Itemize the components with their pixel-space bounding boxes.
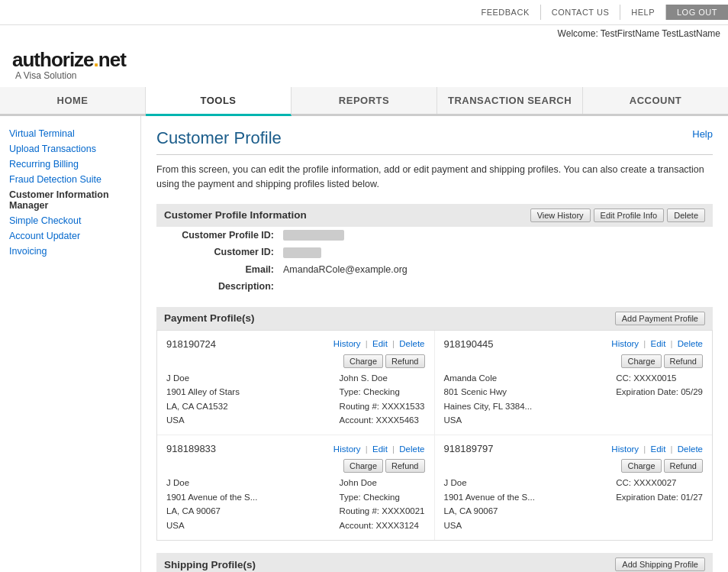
- payment-card-1-bank: CC: XXXX0015 Expiration Date: 05/29: [616, 371, 703, 399]
- tab-reports[interactable]: REPORTS: [292, 87, 437, 114]
- payment-card-1-id: 918190445: [444, 338, 494, 350]
- payment-card-0-delete[interactable]: Delete: [399, 339, 424, 348]
- payment-card-1: 918190445 History | Edit | Delete Charge…: [435, 331, 713, 436]
- payment-card-3-delete[interactable]: Delete: [678, 444, 703, 454]
- profile-id-label: Customer Profile ID:: [156, 227, 279, 244]
- customer-profile-section-header: Customer Profile Information View Histor…: [156, 204, 713, 227]
- payment-card-0-edit[interactable]: Edit: [372, 339, 388, 348]
- payment-card-2-bank: John Doe Type: Checking Routing #: XXXX0…: [340, 476, 425, 532]
- payment-card-1-address: Amanda Cole 801 Scenic Hwy Haines City, …: [444, 371, 533, 428]
- email-value: AmandaRCole@example.org: [279, 261, 713, 278]
- payment-card-2-edit[interactable]: Edit: [372, 444, 388, 454]
- view-history-button[interactable]: View History: [530, 208, 591, 222]
- main-content: Customer Profile Help From this screen, …: [141, 116, 728, 572]
- sidebar-item-upload-transactions[interactable]: Upload Transactions: [9, 144, 131, 154]
- payment-profile-section-title: Payment Profile(s): [164, 312, 255, 324]
- sidebar-item-cim: Customer Information Manager: [9, 189, 131, 211]
- logout-button[interactable]: LOG OUT: [666, 5, 728, 20]
- payment-card-3-charge[interactable]: Charge: [621, 459, 661, 473]
- payment-card-2: 918189833 History | Edit | Delete Charge…: [157, 435, 435, 540]
- payment-card-2-history[interactable]: History: [333, 444, 361, 454]
- payment-card-1-links: History | Edit | Delete: [611, 339, 703, 348]
- payment-card-0-refund[interactable]: Refund: [385, 354, 424, 368]
- payment-card-3-edit[interactable]: Edit: [651, 444, 666, 454]
- payment-card-3-refund[interactable]: Refund: [664, 459, 703, 473]
- payment-card-3-links: History | Edit | Delete: [611, 444, 703, 454]
- payment-card-1-charge[interactable]: Charge: [621, 354, 661, 368]
- page-title: Customer Profile: [156, 128, 282, 148]
- payment-card-0-id: 918190724: [166, 338, 216, 350]
- sidebar-item-fraud-detection[interactable]: Fraud Detection Suite: [9, 174, 131, 185]
- payment-card-3-id: 918189797: [444, 443, 494, 454]
- sidebar-item-recurring-billing[interactable]: Recurring Billing: [9, 159, 131, 170]
- logo-text-auth: authorize: [12, 48, 94, 71]
- payment-card-2-delete[interactable]: Delete: [399, 444, 424, 454]
- shipping-section-header: Shipping Profile(s) Add Shipping Profile: [156, 553, 713, 572]
- nav-tabs: HOME TOOLS REPORTS TRANSACTION SEARCH AC…: [0, 87, 728, 116]
- logo: authorize.net A Visa Solution: [12, 48, 126, 81]
- payment-card-3-bank: CC: XXXX0027 Expiration Date: 01/27: [616, 476, 703, 504]
- description-label: Description:: [156, 278, 279, 295]
- customer-id-value: [279, 244, 713, 261]
- payment-card-2-address: J Doe 1901 Avenue of the S... LA, CA 900…: [166, 476, 257, 532]
- logo-subtitle: A Visa Solution: [15, 70, 77, 81]
- sidebar-item-virtual-terminal[interactable]: Virtual Terminal: [9, 128, 131, 139]
- help-link-top[interactable]: HELP: [620, 5, 666, 20]
- page-description: From this screen, you can edit the profi…: [156, 163, 713, 192]
- payment-card-1-refund[interactable]: Refund: [664, 354, 703, 368]
- delete-profile-button[interactable]: Delete: [667, 208, 705, 222]
- help-link-main[interactable]: Help: [692, 128, 713, 140]
- payment-card-2-id: 918189833: [166, 443, 216, 454]
- payment-card-0-charge[interactable]: Charge: [343, 354, 383, 368]
- payment-card-0-history[interactable]: History: [333, 339, 361, 348]
- sidebar: Virtual Terminal Upload Transactions Rec…: [0, 116, 141, 572]
- payment-card-1-delete[interactable]: Delete: [678, 339, 703, 348]
- contact-link[interactable]: CONTACT US: [541, 5, 621, 20]
- customer-profile-section-title: Customer Profile Information: [164, 209, 307, 221]
- shipping-section-title: Shipping Profile(s): [164, 559, 256, 570]
- payment-card-2-refund[interactable]: Refund: [385, 459, 424, 473]
- sidebar-item-account-updater[interactable]: Account Updater: [9, 231, 131, 241]
- customer-id-label: Customer ID:: [156, 244, 279, 261]
- payment-card-0-bank: John S. Doe Type: Checking Routing #: XX…: [340, 371, 425, 428]
- payment-card-1-edit[interactable]: Edit: [651, 339, 666, 348]
- profile-info-table: Customer Profile ID: Customer ID: Email:…: [156, 227, 713, 295]
- feedback-link[interactable]: FEEDBACK: [470, 5, 540, 20]
- sidebar-item-simple-checkout[interactable]: Simple Checkout: [9, 215, 131, 226]
- payment-card-0: 918190724 History | Edit | Delete Charge…: [157, 331, 435, 436]
- payment-card-0-links: History | Edit | Delete: [333, 339, 425, 348]
- add-shipping-profile-button[interactable]: Add Shipping Profile: [615, 557, 705, 571]
- tab-home[interactable]: HOME: [0, 87, 146, 114]
- payment-card-2-charge[interactable]: Charge: [343, 459, 383, 473]
- email-label: Email:: [156, 261, 279, 278]
- payment-card-0-address: J Doe 1901 Alley of Stars LA, CA CA1532 …: [166, 371, 240, 428]
- payment-card-2-links: History | Edit | Delete: [333, 444, 425, 454]
- payment-profiles-grid: 918190724 History | Edit | Delete Charge…: [156, 330, 713, 541]
- profile-id-value: [279, 227, 713, 244]
- logo-text-net: net: [98, 48, 126, 71]
- welcome-message: Welcome: TestFirstName TestLastName: [0, 25, 728, 42]
- edit-profile-button[interactable]: Edit Profile Info: [594, 208, 665, 222]
- description-value: [279, 278, 713, 295]
- tab-transaction-search[interactable]: TRANSACTION SEARCH: [437, 87, 583, 114]
- tab-tools[interactable]: TOOLS: [146, 87, 292, 116]
- payment-card-3: 918189797 History | Edit | Delete Charge…: [435, 435, 713, 540]
- payment-card-3-history[interactable]: History: [611, 444, 639, 454]
- tab-account[interactable]: ACCOUNT: [583, 87, 728, 114]
- add-payment-profile-button[interactable]: Add Payment Profile: [615, 312, 705, 325]
- shipping-section: Shipping Profile(s) Add Shipping Profile…: [156, 553, 713, 572]
- payment-profile-section-header: Payment Profile(s) Add Payment Profile: [156, 307, 713, 330]
- payment-card-1-history[interactable]: History: [611, 339, 639, 348]
- payment-card-3-address: J Doe 1901 Avenue of the S... LA, CA 900…: [444, 476, 535, 532]
- sidebar-item-invoicing[interactable]: Invoicing: [9, 246, 131, 257]
